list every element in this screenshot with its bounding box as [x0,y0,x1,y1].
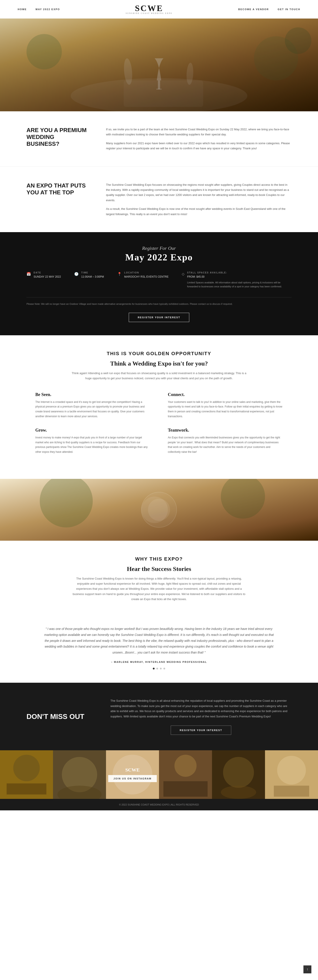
expo-location-value: MAROOCHY RSL EVENTS CENTRE [124,275,169,279]
section-expo-top: AN EXPO THAT PUTS YOU AT THE TOP The Sun… [0,167,318,232]
expo-date-info: DATE SUNDAY 22 MAY 2022 [33,272,61,279]
expo-date-label: DATE [33,272,61,274]
location-icon: 📍 [117,272,122,276]
expo-title: May 2022 Expo [27,252,291,262]
expo-time-label: TIME [81,272,104,274]
section2-left: AN EXPO THAT PUTS YOU AT THE TOP [27,182,88,196]
section2-right: The Sunshine Coast Wedding Expo focuses … [106,182,291,217]
instagram-cell-6 [265,750,318,799]
testimonial-author: – MARLENE MURRAY, HINTERLAND WEDDING PRO… [44,660,274,663]
testimonial-dots [44,668,274,670]
stall-icon: ◇ [182,272,184,276]
why-main-title: WHY THIS EXPO? [44,556,274,562]
expo-stall-info: STALL SPACES AVAILABLE: FROM: $45.00 Lim… [187,272,291,288]
instagram-logo: SCWE [126,767,140,773]
site-logo[interactable]: SCWE [126,4,172,13]
expo-time-value: 11:00AM – 3:00PM [81,275,104,279]
nav-home[interactable]: HOME [17,8,27,11]
feature-teamwork-title: Teamwork. [168,428,283,433]
dont-miss-section: DON'T MISS OUT The Sunshine Coast Weddin… [0,683,318,750]
instagram-grid: SCWE JOIN US ON INSTAGRAM [0,750,318,799]
expo-details: 📅 DATE SUNDAY 22 MAY 2022 🕐 TIME 11:00AM… [27,272,291,288]
nav-right: BECOME A VENDOR GET IN TOUCH [238,8,301,11]
instagram-cell-1 [0,750,53,799]
feature-grow-text: Invest money to make money! A expo that … [35,435,150,454]
testimonial-quote: " I was one of those people who thought … [44,626,274,655]
section1-para2: Many suppliers from our 2021 expo have b… [106,141,291,151]
dont-miss-heading: DON'T MISS OUT [27,712,93,721]
golden-opportunity-section: THIS IS YOUR GOLDEN OPPORTUNITY Think a … [0,335,318,479]
expo-date-value: SUNDAY 22 MAY 2022 [33,275,61,279]
svg-rect-32 [274,786,309,797]
golden-main-title: THIS IS YOUR GOLDEN OPPORTUNITY [35,351,283,356]
section2-para2: As a result, the Sunshine Coast Wedding … [106,206,291,217]
navigation: HOME MAY 2022 EXPO SCWE SUNSHINE COAST W… [0,0,318,19]
feature-teamwork: Teamwork. An Expo that connects you with… [168,428,283,454]
section1-left: ARE YOU A PREMIUM WEDDING BUSINESS? [27,127,88,148]
instagram-cell-3-center: SCWE JOIN US ON INSTAGRAM [106,750,159,799]
expo-date-item: 📅 DATE SUNDAY 22 MAY 2022 [27,272,61,288]
logo-container: SCWE SUNSHINE COAST WEDDING EXPO [126,4,172,14]
dont-miss-register-button[interactable]: REGISTER YOUR INTEREST [171,725,231,735]
expo-stall-price: FROM: $45.00 [187,275,291,279]
nav-contact[interactable]: GET IN TOUCH [278,8,301,11]
dot-4[interactable] [164,668,165,670]
feature-connect-text: Your customers want to talk to you! In a… [168,400,283,419]
hero-overlay [0,19,318,111]
svg-point-29 [221,786,256,799]
golden-subtitle: Think a Wedding Expo isn't for you? [35,360,283,367]
logo-subtitle: SUNSHINE COAST WEDDING EXPO [126,13,172,14]
section1-para1: If so, we invite you to be a part of the… [106,127,291,137]
expo-register-button[interactable]: REGISTER YOUR INTEREST [129,313,189,322]
feature-connect: Connect. Your customers want to talk to … [168,392,283,419]
section-premium: ARE YOU A PREMIUM WEDDING BUSINESS? If s… [0,111,318,167]
expo-stall-label: STALL SPACES AVAILABLE: [187,272,291,274]
footer-text: © 2022 SUNSHINE COAST WEDDING EXPO | ALL… [119,803,199,806]
hero-image [0,19,318,111]
expo-time-info: TIME 11:00AM – 3:00PM [81,272,104,279]
svg-rect-26 [164,781,208,797]
dot-1[interactable] [153,668,154,670]
expo-register-section: Register For Our May 2022 Expo 📅 DATE SU… [0,232,318,335]
feature-teamwork-text: An Expo that connects you with likeminde… [168,435,283,454]
expo-location-label: LOCATION [124,272,169,274]
nav-expo[interactable]: MAY 2022 EXPO [35,8,60,11]
section2-heading: AN EXPO THAT PUTS YOU AT THE TOP [27,182,88,196]
expo-stall-item: ◇ STALL SPACES AVAILABLE: FROM: $45.00 L… [182,272,291,288]
feature-be-seen-text: The Internet is a crowded space and it's… [35,400,150,419]
instagram-center-overlay: SCWE JOIN US ON INSTAGRAM [106,750,159,799]
expo-time-item: 🕐 TIME 11:00AM – 3:00PM [74,272,104,288]
why-intro: The Sunshine Coast Wedding Expo is known… [71,576,247,602]
section2-para1: The Sunshine Coast Wedding Expo focuses … [106,182,291,203]
feature-grow-title: Grow. [35,428,150,433]
footer: © 2022 SUNSHINE COAST WEDDING EXPO | ALL… [0,799,318,810]
feature-be-seen-title: Be Seen. [35,392,150,397]
expo-location-info: LOCATION MAROOCHY RSL EVENTS CENTRE [124,272,169,279]
feature-connect-title: Connect. [168,392,283,397]
dont-miss-left: DON'T MISS OUT [27,712,93,721]
why-subtitle: Hear the Success Stories [44,565,274,573]
dont-miss-right: The Sunshine Coast Wedding Expo is all a… [110,698,291,735]
dot-3[interactable] [160,668,162,670]
nav-left: HOME MAY 2022 EXPO [17,8,60,11]
clock-icon: 🕐 [74,272,79,276]
why-expo-section: WHY THIS EXPO? Hear the Success Stories … [0,541,318,617]
dot-2[interactable] [156,668,158,670]
expo-location-item: 📍 LOCATION MAROOCHY RSL EVENTS CENTRE [117,272,169,288]
svg-point-31 [277,756,306,784]
instagram-follow-button[interactable]: JOIN US ON INSTAGRAM [108,775,157,782]
dont-miss-text: The Sunshine Coast Wedding Expo is all a… [110,698,291,719]
nav-vendor[interactable]: BECOME A VENDOR [238,8,269,11]
calendar-icon: 📅 [27,272,31,276]
feature-grow: Grow. Invest money to make money! A expo… [35,428,150,454]
expo-stall-note: Limited Spaces available. All informatio… [187,281,291,288]
testimonial-section: " I was one of those people who thought … [0,617,318,683]
divider-image-2 [0,479,318,541]
section1-heading: ARE YOU A PREMIUM WEDDING BUSINESS? [27,127,88,148]
expo-outdoor-note: Please Note: We will no longer have an O… [27,297,291,306]
golden-intro: Think again! Attending a well run expo t… [71,371,247,381]
svg-point-28 [223,757,254,788]
svg-rect-18 [6,783,46,794]
svg-point-17 [13,755,40,781]
svg-point-15 [148,499,170,521]
